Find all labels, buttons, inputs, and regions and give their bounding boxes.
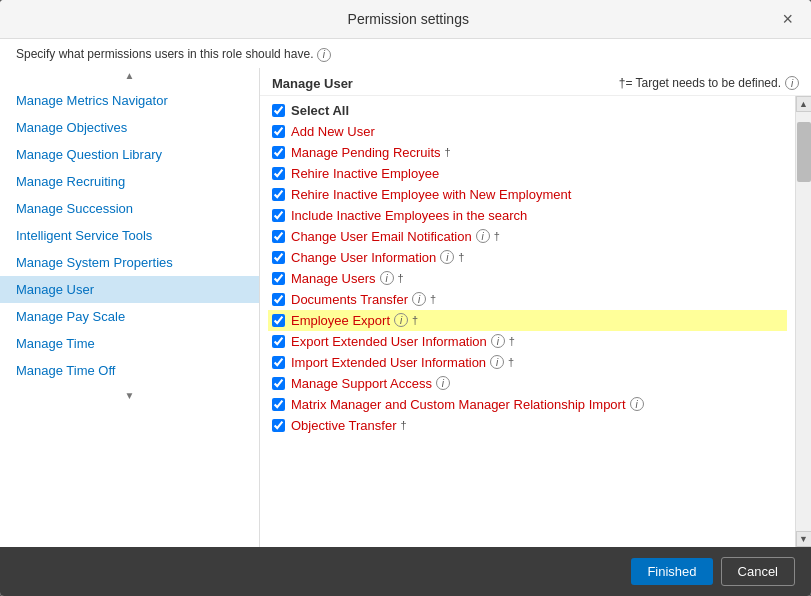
permission-checkbox[interactable] bbox=[272, 209, 285, 222]
permission-info-icon[interactable]: i bbox=[394, 313, 408, 327]
permission-checkbox[interactable] bbox=[272, 146, 285, 159]
permission-label[interactable]: Select All bbox=[291, 103, 349, 118]
modal-header: Permission settings × bbox=[0, 0, 811, 39]
permission-checkbox[interactable] bbox=[272, 104, 285, 117]
right-panel: Manage User †= Target needs to be define… bbox=[260, 68, 811, 548]
permission-label[interactable]: Manage Pending Recruits † bbox=[291, 145, 451, 160]
permission-checkbox[interactable] bbox=[272, 398, 285, 411]
sidebar-item-manage-metrics-navigator[interactable]: Manage Metrics Navigator bbox=[0, 87, 259, 114]
permission-info-icon[interactable]: i bbox=[476, 229, 490, 243]
permission-item: Objective Transfer † bbox=[268, 415, 787, 436]
permission-item: Rehire Inactive Employee with New Employ… bbox=[268, 184, 787, 205]
permission-label[interactable]: Employee Export i † bbox=[291, 313, 418, 328]
permission-checkbox[interactable] bbox=[272, 419, 285, 432]
content-area: ▲ Manage Metrics NavigatorManage Objecti… bbox=[0, 68, 811, 548]
permission-checkbox[interactable] bbox=[272, 377, 285, 390]
permission-item: Manage Users i † bbox=[268, 268, 787, 289]
dagger-indicator: † bbox=[494, 230, 500, 242]
permission-checkbox[interactable] bbox=[272, 251, 285, 264]
permission-item: Employee Export i † bbox=[268, 310, 787, 331]
permission-checkbox[interactable] bbox=[272, 230, 285, 243]
permission-label[interactable]: Include Inactive Employees in the search bbox=[291, 208, 527, 223]
modal-footer: Finished Cancel bbox=[0, 547, 811, 596]
dagger-symbol: †= Target needs to be defined. bbox=[619, 76, 781, 90]
permission-label[interactable]: Import Extended User Information i † bbox=[291, 355, 514, 370]
permission-item: Documents Transfer i † bbox=[268, 289, 787, 310]
permission-checkbox[interactable] bbox=[272, 125, 285, 138]
left-scroll-down-arrow[interactable]: ▼ bbox=[0, 388, 259, 403]
permission-label[interactable]: Objective Transfer † bbox=[291, 418, 407, 433]
scroll-up-arrow[interactable]: ▲ bbox=[796, 96, 812, 112]
sidebar-item-manage-time[interactable]: Manage Time bbox=[0, 330, 259, 357]
permission-checkbox[interactable] bbox=[272, 272, 285, 285]
sidebar-item-manage-succession[interactable]: Manage Succession bbox=[0, 195, 259, 222]
permission-item: Rehire Inactive Employee bbox=[268, 163, 787, 184]
permission-checkbox[interactable] bbox=[272, 167, 285, 180]
target-info-icon[interactable]: i bbox=[785, 76, 799, 90]
dagger-indicator: † bbox=[508, 356, 514, 368]
permission-label[interactable]: Export Extended User Information i † bbox=[291, 334, 515, 349]
dagger-indicator: † bbox=[430, 293, 436, 305]
permission-info-icon[interactable]: i bbox=[490, 355, 504, 369]
permission-label[interactable]: Add New User bbox=[291, 124, 375, 139]
permission-item: Add New User bbox=[268, 121, 787, 142]
permission-item: Import Extended User Information i † bbox=[268, 352, 787, 373]
permission-item: Select All bbox=[268, 100, 787, 121]
permission-label[interactable]: Change User Email Notification i † bbox=[291, 229, 500, 244]
permission-info-icon[interactable]: i bbox=[412, 292, 426, 306]
permission-info-icon[interactable]: i bbox=[491, 334, 505, 348]
permission-checkbox[interactable] bbox=[272, 293, 285, 306]
close-button[interactable]: × bbox=[780, 10, 795, 28]
sidebar-item-manage-recruiting[interactable]: Manage Recruiting bbox=[0, 168, 259, 195]
permission-checkbox[interactable] bbox=[272, 188, 285, 201]
modal-title: Permission settings bbox=[36, 11, 780, 27]
permission-label[interactable]: Rehire Inactive Employee with New Employ… bbox=[291, 187, 571, 202]
dagger-indicator: † bbox=[509, 335, 515, 347]
sidebar-item-manage-system-properties[interactable]: Manage System Properties bbox=[0, 249, 259, 276]
left-nav-list: Manage Metrics NavigatorManage Objective… bbox=[0, 83, 259, 388]
left-nav-panel: ▲ Manage Metrics NavigatorManage Objecti… bbox=[0, 68, 260, 548]
target-note: †= Target needs to be defined. i bbox=[619, 76, 799, 90]
permission-item: Manage Pending Recruits † bbox=[268, 142, 787, 163]
permission-label[interactable]: Manage Users i † bbox=[291, 271, 404, 286]
permission-info-icon[interactable]: i bbox=[436, 376, 450, 390]
left-scroll-up-arrow[interactable]: ▲ bbox=[0, 68, 259, 83]
right-scrollbar: ▲ ▼ bbox=[795, 96, 811, 548]
permission-label[interactable]: Matrix Manager and Custom Manager Relati… bbox=[291, 397, 644, 412]
permission-item: Change User Information i † bbox=[268, 247, 787, 268]
sidebar-item-manage-user[interactable]: Manage User bbox=[0, 276, 259, 303]
cancel-button[interactable]: Cancel bbox=[721, 557, 795, 586]
permission-item: Change User Email Notification i † bbox=[268, 226, 787, 247]
permission-checkbox[interactable] bbox=[272, 314, 285, 327]
dagger-indicator: † bbox=[398, 272, 404, 284]
sidebar-item-manage-question-library[interactable]: Manage Question Library bbox=[0, 141, 259, 168]
sidebar-item-manage-pay-scale[interactable]: Manage Pay Scale bbox=[0, 303, 259, 330]
permission-info-icon[interactable]: i bbox=[440, 250, 454, 264]
dagger-indicator: † bbox=[401, 419, 407, 431]
permission-settings-modal: Permission settings × Specify what permi… bbox=[0, 0, 811, 596]
permission-label[interactable]: Change User Information i † bbox=[291, 250, 464, 265]
dagger-indicator: † bbox=[412, 314, 418, 326]
permission-label[interactable]: Rehire Inactive Employee bbox=[291, 166, 439, 181]
permission-label[interactable]: Manage Support Access i bbox=[291, 376, 450, 391]
sidebar-item-manage-time-off[interactable]: Manage Time Off bbox=[0, 357, 259, 384]
sidebar-item-manage-objectives[interactable]: Manage Objectives bbox=[0, 114, 259, 141]
finished-button[interactable]: Finished bbox=[631, 558, 712, 585]
permission-item: Export Extended User Information i † bbox=[268, 331, 787, 352]
dagger-indicator: † bbox=[458, 251, 464, 263]
scroll-track bbox=[796, 112, 811, 532]
permission-info-icon[interactable]: i bbox=[630, 397, 644, 411]
permissions-list: Select AllAdd New UserManage Pending Rec… bbox=[260, 96, 795, 548]
permission-checkbox[interactable] bbox=[272, 356, 285, 369]
help-text-area: Specify what permissions users in this r… bbox=[0, 39, 811, 68]
scroll-thumb[interactable] bbox=[797, 122, 811, 182]
scroll-down-arrow[interactable]: ▼ bbox=[796, 531, 812, 547]
permission-checkbox[interactable] bbox=[272, 335, 285, 348]
help-text: Specify what permissions users in this r… bbox=[16, 47, 313, 61]
modal-body: Specify what permissions users in this r… bbox=[0, 39, 811, 547]
right-panel-header: Manage User †= Target needs to be define… bbox=[260, 68, 811, 96]
permission-info-icon[interactable]: i bbox=[380, 271, 394, 285]
sidebar-item-intelligent-service-tools[interactable]: Intelligent Service Tools bbox=[0, 222, 259, 249]
help-info-icon[interactable]: i bbox=[317, 48, 331, 62]
permission-label[interactable]: Documents Transfer i † bbox=[291, 292, 436, 307]
